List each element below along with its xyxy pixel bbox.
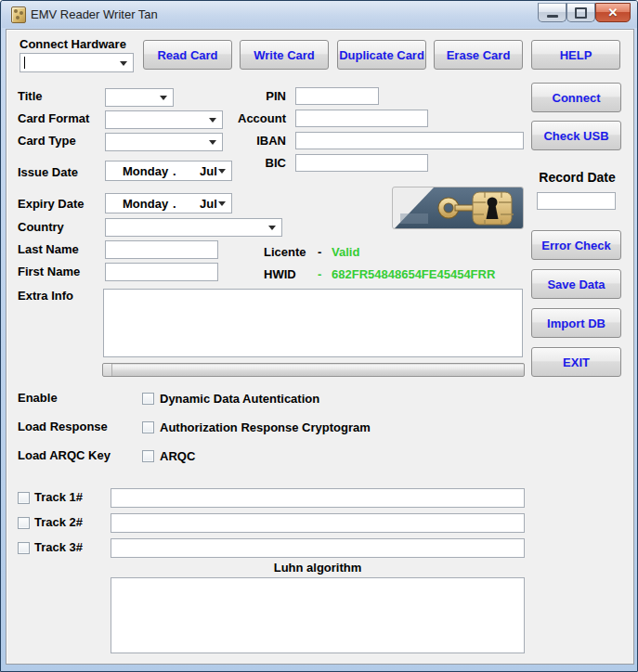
app-icon	[11, 6, 26, 23]
minimize-icon	[547, 15, 558, 18]
chevron-down-icon	[120, 61, 127, 66]
window-title: EMV Reader Writer Tan	[31, 7, 158, 21]
track1-input[interactable]	[111, 488, 525, 508]
track3-checkbox[interactable]	[18, 542, 30, 554]
track1-label: Track 1#	[34, 490, 83, 504]
extra-info-textarea[interactable]	[103, 289, 523, 357]
iban-input[interactable]	[295, 132, 524, 149]
connect-hardware-combobox[interactable]	[20, 53, 134, 72]
hwid-label: HWID	[264, 267, 296, 281]
expiry-date-separator: .	[173, 197, 176, 211]
error-check-button[interactable]: Error Check	[531, 230, 621, 260]
chevron-down-icon	[160, 96, 167, 100]
maximize-icon	[575, 7, 587, 19]
issue-date-day: Monday	[123, 164, 168, 178]
arc-option-label: Authorization Response Cryptogram	[160, 420, 371, 434]
record-date-input[interactable]	[537, 192, 616, 210]
help-button[interactable]: HELP	[531, 40, 620, 70]
track2-label: Track 2#	[34, 515, 83, 529]
expiry-date-label: Expiry Date	[18, 197, 85, 211]
track3-label: Track 3#	[34, 540, 83, 554]
expiry-date-day: Monday	[123, 197, 168, 211]
expiry-date-picker[interactable]: Monday . Jul	[105, 193, 232, 213]
connect-hardware-label: Connect Hardware	[20, 37, 126, 51]
save-data-button[interactable]: Save Data	[531, 269, 621, 299]
arqc-option-label: ARQC	[160, 449, 195, 463]
check-usb-button[interactable]: Check USB	[531, 121, 621, 150]
card-type-combobox[interactable]	[105, 133, 223, 151]
issue-date-picker[interactable]: Monday . Jul	[105, 161, 232, 181]
hwid-value: 682FR54848654FE45454FRR	[332, 267, 495, 281]
country-label: Country	[18, 220, 64, 234]
last-name-input[interactable]	[105, 240, 218, 259]
title-bar[interactable]: EMV Reader Writer Tan ✕	[2, 1, 638, 28]
track2-checkbox[interactable]	[18, 517, 30, 529]
card-key-image	[392, 187, 524, 229]
luhn-algorithm-label: Luhn algorithm	[111, 561, 525, 575]
account-label: Account	[224, 111, 286, 125]
dda-checkbox[interactable]	[142, 393, 154, 405]
licente-dash: -	[318, 245, 321, 259]
load-response-label: Load Response	[18, 420, 108, 433]
chevron-down-icon	[218, 201, 226, 206]
licente-status: Valid	[332, 245, 359, 259]
card-key-graphic	[393, 187, 523, 228]
connect-button[interactable]: Connect	[531, 83, 621, 112]
first-name-label: First Name	[18, 265, 80, 278]
enable-label: Enable	[18, 391, 58, 405]
track2-input[interactable]	[111, 513, 525, 533]
issue-date-label: Issue Date	[18, 165, 78, 179]
chevron-down-icon	[268, 226, 276, 230]
chevron-down-icon	[209, 118, 216, 123]
issue-date-separator: .	[173, 164, 176, 178]
track3-input[interactable]	[111, 538, 525, 558]
title-combobox[interactable]	[105, 88, 174, 107]
card-format-combobox[interactable]	[105, 110, 223, 129]
progress-bar-cap	[103, 364, 112, 376]
record-date-label: Record Date	[533, 170, 621, 185]
duplicate-card-button[interactable]: Duplicate Card	[337, 40, 426, 70]
title-label: Title	[18, 89, 43, 103]
country-combobox[interactable]	[105, 218, 282, 237]
card-format-label: Card Format	[18, 111, 89, 125]
bic-label: BIC	[224, 156, 286, 170]
licente-label: Licente	[264, 245, 306, 259]
iban-label: IBAN	[224, 134, 286, 148]
pin-input[interactable]	[295, 87, 379, 105]
load-arqc-key-label: Load ARQC Key	[18, 448, 111, 462]
card-type-label: Card Type	[18, 134, 76, 148]
erase-card-button[interactable]: Erase Card	[434, 40, 523, 70]
write-card-button[interactable]: Write Card	[240, 40, 329, 70]
pin-label: PIN	[228, 89, 286, 103]
app-window: EMV Reader Writer Tan ✕ Connect Hardware…	[0, 0, 638, 672]
expiry-date-month: Jul	[200, 197, 217, 211]
bic-input[interactable]	[295, 154, 428, 172]
arqc-checkbox[interactable]	[142, 450, 154, 462]
maximize-button[interactable]	[566, 3, 595, 22]
issue-date-month: Jul	[200, 164, 217, 178]
hwid-dash: -	[318, 267, 321, 281]
dda-option-label: Dynamic Data Autentication	[160, 392, 319, 406]
progress-bar	[102, 363, 525, 377]
track1-checkbox[interactable]	[18, 492, 30, 504]
close-icon: ✕	[608, 6, 618, 19]
first-name-input[interactable]	[105, 263, 218, 281]
text-caret	[24, 57, 25, 69]
import-db-button[interactable]: Import DB	[531, 308, 621, 338]
minimize-button[interactable]	[538, 3, 566, 22]
last-name-label: Last Name	[18, 242, 79, 256]
account-input[interactable]	[295, 110, 428, 127]
extra-info-label: Extra Info	[18, 289, 73, 303]
exit-button[interactable]: EXIT	[531, 347, 621, 377]
luhn-textarea[interactable]	[111, 577, 525, 653]
arc-checkbox[interactable]	[142, 421, 154, 433]
chevron-down-icon	[209, 140, 216, 145]
read-card-button[interactable]: Read Card	[143, 40, 232, 70]
close-button[interactable]: ✕	[595, 3, 631, 22]
